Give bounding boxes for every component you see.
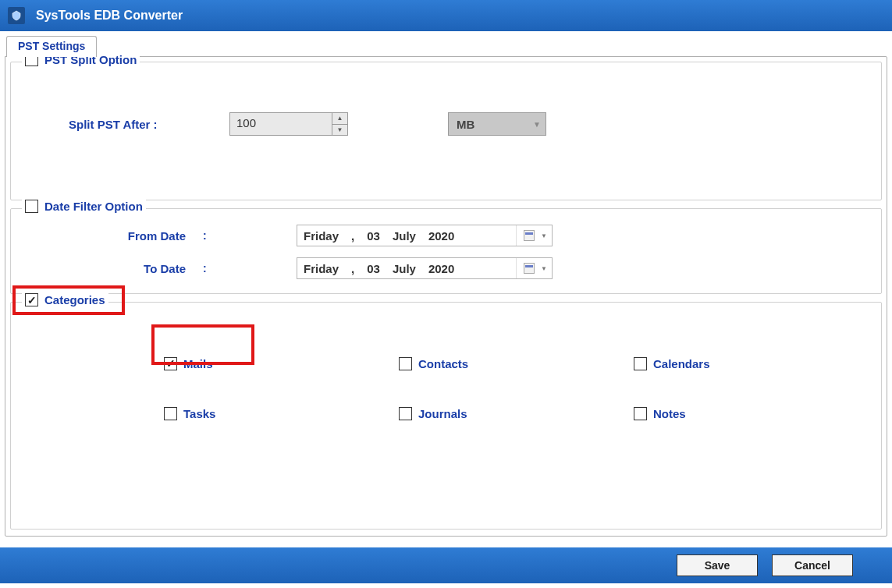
label-mails: Mails bbox=[183, 357, 213, 370]
checkbox-tasks[interactable] bbox=[164, 407, 177, 420]
to-date-picker[interactable]: Friday , 03 July 2020 ▼ bbox=[297, 257, 553, 279]
label-notes: Notes bbox=[653, 407, 686, 420]
legend-label-date-filter: Date Filter Option bbox=[44, 200, 143, 213]
label-to-date: To Date bbox=[94, 262, 203, 275]
checkbox-date-filter[interactable] bbox=[25, 200, 38, 213]
spinner[interactable]: ▲ ▼ bbox=[332, 113, 347, 135]
from-date-picker[interactable]: Friday , 03 July 2020 ▼ bbox=[297, 225, 553, 246]
legend-categories: Categories bbox=[22, 293, 108, 306]
checkbox-notes[interactable] bbox=[634, 407, 647, 420]
tab-pst-settings[interactable]: PST Settings bbox=[6, 36, 97, 57]
to-date-value: Friday , 03 July 2020 bbox=[297, 262, 516, 275]
categories-grid: Mails Contacts Calendars Tasks Journals bbox=[23, 318, 869, 438]
label-calendars: Calendars bbox=[653, 357, 710, 370]
split-unit-select[interactable]: MB ▼ bbox=[448, 112, 546, 136]
tabpanel-pst-settings: PST Split Option Split PST After : 100 ▲… bbox=[5, 56, 887, 537]
button-bar: Save Cancel bbox=[0, 547, 892, 583]
split-unit-value: MB bbox=[449, 118, 528, 131]
label-contacts: Contacts bbox=[418, 357, 468, 370]
row-to-date: To Date : Friday , 03 July 2020 ▼ bbox=[23, 257, 869, 279]
group-categories: Categories Mails Contacts Calendars bbox=[10, 302, 882, 530]
group-date-filter: Date Filter Option From Date : Friday , … bbox=[10, 208, 882, 294]
spinner-down-icon[interactable]: ▼ bbox=[332, 125, 347, 136]
split-after-value: 100 bbox=[230, 113, 332, 135]
checkbox-calendars[interactable] bbox=[634, 357, 647, 370]
category-journals: Journals bbox=[399, 388, 634, 438]
category-contacts: Contacts bbox=[399, 338, 634, 388]
window-titlebar: SysTools EDB Converter bbox=[0, 0, 892, 31]
label-tasks: Tasks bbox=[183, 407, 215, 420]
colon2: : bbox=[203, 262, 219, 275]
save-button[interactable]: Save bbox=[677, 554, 758, 576]
label-from-date: From Date bbox=[94, 229, 203, 243]
checkbox-contacts[interactable] bbox=[399, 357, 412, 370]
split-after-input[interactable]: 100 ▲ ▼ bbox=[229, 112, 348, 136]
category-calendars: Calendars bbox=[634, 338, 869, 388]
checkbox-mails[interactable] bbox=[164, 357, 177, 370]
checkbox-journals[interactable] bbox=[399, 407, 412, 420]
label-split-after: Split PST After : bbox=[69, 118, 229, 131]
legend-date-filter: Date Filter Option bbox=[22, 200, 146, 213]
chevron-down-icon[interactable]: ▼ bbox=[541, 232, 552, 239]
group-pst-split: PST Split Option Split PST After : 100 ▲… bbox=[10, 62, 882, 200]
category-tasks: Tasks bbox=[164, 388, 399, 438]
cancel-button[interactable]: Cancel bbox=[772, 554, 853, 576]
from-date-value: Friday , 03 July 2020 bbox=[297, 229, 516, 243]
chevron-down-icon[interactable]: ▼ bbox=[541, 265, 552, 272]
chevron-down-icon: ▼ bbox=[528, 120, 546, 129]
checkbox-categories[interactable] bbox=[25, 293, 38, 306]
calendar-icon[interactable] bbox=[516, 258, 541, 278]
app-icon bbox=[8, 7, 25, 24]
category-mails: Mails bbox=[164, 338, 399, 388]
legend-label-categories: Categories bbox=[44, 293, 105, 306]
client-area: PST Settings PST Split Option Split PST … bbox=[0, 31, 892, 547]
calendar-icon[interactable] bbox=[516, 225, 541, 246]
colon1: : bbox=[203, 229, 219, 242]
row-from-date: From Date : Friday , 03 July 2020 ▼ bbox=[23, 225, 869, 246]
label-journals: Journals bbox=[418, 407, 467, 420]
spinner-up-icon[interactable]: ▲ bbox=[332, 113, 347, 125]
category-notes: Notes bbox=[634, 388, 869, 438]
window-title: SysTools EDB Converter bbox=[36, 9, 183, 23]
